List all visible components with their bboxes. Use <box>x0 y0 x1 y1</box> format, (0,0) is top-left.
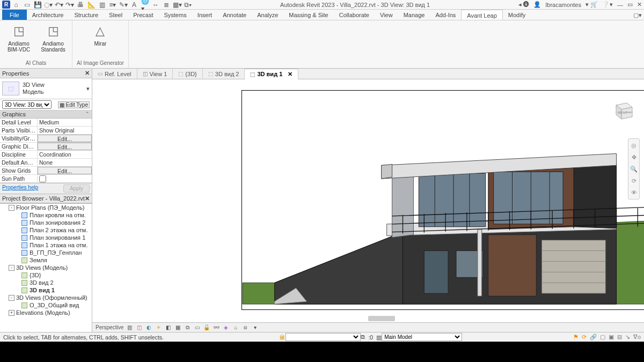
qat-home-icon[interactable]: ⌂ <box>12 1 20 9</box>
vc-shadow-icon[interactable]: ◧ <box>164 324 172 331</box>
appstore-icon[interactable]: ▾ 🛒 <box>586 1 598 8</box>
vc-render-icon[interactable]: ▦ <box>174 324 181 331</box>
ribbon-tab-steel[interactable]: Steel <box>104 10 128 20</box>
status-filter1-icon[interactable]: ▢ <box>600 334 605 341</box>
status-model-icon[interactable]: ▥ <box>376 334 382 341</box>
qat-tag-icon[interactable]: ✎▾ <box>120 1 127 9</box>
qat-thin-icon[interactable]: ≣ <box>163 1 170 9</box>
properties-close-icon[interactable]: ✕ <box>85 70 90 77</box>
view-tab-ref-level[interactable]: ▭Ref. Level <box>92 69 137 79</box>
view-tab-view-1[interactable]: ◫View 1 <box>137 69 173 79</box>
vc-style-icon[interactable]: ◐ <box>145 324 152 331</box>
ribbon-tab-massing-site[interactable]: Massing & Site <box>283 10 333 20</box>
view-mode-label[interactable]: Perspective <box>96 324 123 330</box>
view-tab--3d-[interactable]: ⬚{3D} <box>173 69 202 79</box>
type-selector[interactable]: ⬚ 3D View Модель ▾ <box>0 78 92 99</box>
user-icon[interactable]: 👤 <box>533 1 541 8</box>
view-cube[interactable]: FRONTRIGHT <box>611 99 634 122</box>
browser-node[interactable]: +Elevations (Модель) <box>0 309 92 316</box>
project-browser-tree[interactable]: -Floor Plans (ПЭ_Модель)План кровли на о… <box>0 203 92 332</box>
prop-value-select[interactable]: Medium <box>38 119 92 126</box>
ribbon-tab-avant-leap[interactable]: Avant Leap <box>461 10 502 20</box>
project-browser-close-icon[interactable]: ✕ <box>85 195 90 202</box>
ribbon-tab-manage[interactable]: Manage <box>398 10 430 20</box>
qat-switch-icon[interactable]: ⧉▾ <box>184 1 192 9</box>
status-editreq-icon[interactable]: ⚑ <box>573 334 579 341</box>
status-link-icon[interactable]: 🔗 <box>590 334 597 341</box>
view-tab-3d-1[interactable]: ⬚3D вид 1✕ <box>245 69 298 79</box>
vc-temp-icon[interactable]: 👓 <box>213 324 220 331</box>
prop-category-graphics[interactable]: Graphics⌃ <box>0 110 92 119</box>
vc-lock-icon[interactable]: 🔓 <box>203 324 210 331</box>
prop-value-select[interactable]: None <box>38 159 92 166</box>
vc-analytic-icon[interactable]: ⌂ <box>232 324 239 331</box>
prop-edit-button[interactable]: Edit... <box>38 143 92 150</box>
browser-node[interactable]: -3D Views (Модель) <box>0 264 92 271</box>
apply-button[interactable]: Apply <box>63 184 90 193</box>
nav-wheel-icon[interactable]: ◎ <box>630 141 638 150</box>
browser-node[interactable]: -3D Views (Оформленный) <box>0 294 92 301</box>
qat-save-icon[interactable]: 💾 <box>34 1 41 9</box>
nav-zoom-icon[interactable]: 🔍 <box>630 165 638 173</box>
qat-measure-icon[interactable]: 📐 <box>87 1 95 9</box>
prop-edit-button[interactable]: Edit... <box>38 167 92 174</box>
ribbon-tab-insert[interactable]: Insert <box>192 10 218 20</box>
type-dropdown-icon[interactable]: ▾ <box>86 85 90 92</box>
vc-constraint-icon[interactable]: ⧈ <box>241 324 249 331</box>
browser-node[interactable]: 3D вид 1 <box>0 286 92 294</box>
browser-node[interactable]: -Floor Plans (ПЭ_Модель) <box>0 204 92 211</box>
status-select-icon[interactable]: ⧉ <box>361 334 365 341</box>
browser-node[interactable]: {3D} <box>0 271 92 279</box>
ribbon-tab-architecture[interactable]: Architecture <box>27 10 69 20</box>
ribbon-btn-mirar[interactable]: △Mirar <box>86 23 115 47</box>
status-select-lock-icon[interactable]: ⊟ <box>617 334 622 341</box>
status-drag-icon[interactable]: ↘ <box>625 334 630 341</box>
tree-toggle-icon[interactable]: - <box>9 265 14 271</box>
ribbon-tab-add-ins[interactable]: Add-Ins <box>430 10 461 20</box>
view-canvas[interactable]: FRONTRIGHT ◎ ✥ 🔍 ⟳ 👁 <box>92 79 644 322</box>
prop-edit-button[interactable]: Edit... <box>38 135 92 142</box>
status-worksets-icon[interactable]: 🏛 <box>280 334 286 341</box>
ribbon-display-dropdown[interactable]: ▢▾ <box>631 10 644 20</box>
prop-value-select[interactable]: Show Original <box>38 127 92 134</box>
ribbon-tab-precast[interactable]: Precast <box>128 10 158 20</box>
qat-dim-icon[interactable]: ≡▾ <box>109 1 116 9</box>
ribbon-tab-modify[interactable]: Modify <box>503 10 531 20</box>
tree-toggle-icon[interactable]: - <box>9 205 14 211</box>
close-icon[interactable]: ✕ <box>637 1 642 8</box>
category-collapse-icon[interactable]: ⌃ <box>85 111 90 117</box>
qat-section-icon[interactable]: ↔ <box>152 1 159 9</box>
ribbon-tab-collaborate[interactable]: Collaborate <box>334 10 375 20</box>
browser-node[interactable]: План 1 этажа на отм. <box>0 241 92 249</box>
vc-cropvis-icon[interactable]: ▭ <box>193 324 201 331</box>
qat-close-icon[interactable]: ▦▾ <box>173 1 181 9</box>
qat-redo-icon[interactable]: ↷▾ <box>66 1 74 9</box>
status-filter2-icon[interactable]: ▣ <box>609 334 614 341</box>
vc-scale-icon[interactable]: ▥ <box>126 324 133 331</box>
qat-align-icon[interactable]: ▥ <box>98 1 106 9</box>
browser-node[interactable]: План зонирования 2 <box>0 219 92 226</box>
browser-node[interactable]: План кровли на отм. <box>0 211 92 219</box>
browser-node[interactable]: План зонирования 1 <box>0 234 92 241</box>
status-sync-icon[interactable]: ⟳ <box>582 334 587 341</box>
vc-crop-icon[interactable]: ⧉ <box>184 324 191 331</box>
browser-node[interactable]: В_ГП_ПЭ_Генплан <box>0 249 92 256</box>
ribbon-tab-structure[interactable]: Structure <box>69 10 104 20</box>
ribbon-tab-analyze[interactable]: Analyze <box>252 10 283 20</box>
nav-orbit-icon[interactable]: ⟳ <box>630 176 638 185</box>
ribbon-tab-systems[interactable]: Systems <box>158 10 192 20</box>
tree-toggle-icon[interactable]: + <box>9 310 14 316</box>
edit-type-button[interactable]: ▦Edit Type <box>58 101 90 108</box>
vc-more-icon[interactable]: ▾ <box>251 324 259 331</box>
ribbon-btn-andiamo-bim-vdc[interactable]: ◳AndiamoBIM-VDC <box>4 23 33 53</box>
horizontal-scroll-thumb[interactable] <box>368 316 395 321</box>
browser-node[interactable]: Земля <box>0 256 92 264</box>
help-icon[interactable]: ❔▾ <box>602 1 613 8</box>
instance-selector[interactable]: 3D View: 3D вид 1 <box>2 100 52 109</box>
qat-text-icon[interactable]: A <box>130 1 138 9</box>
signin-icon[interactable]: ◂ 🅐 <box>518 1 529 8</box>
max-icon[interactable]: ▭ <box>627 1 633 8</box>
status-workset-select[interactable] <box>286 333 361 341</box>
properties-help-link[interactable]: Properties help <box>2 184 38 193</box>
status-model-select[interactable]: Main Model <box>382 333 462 341</box>
